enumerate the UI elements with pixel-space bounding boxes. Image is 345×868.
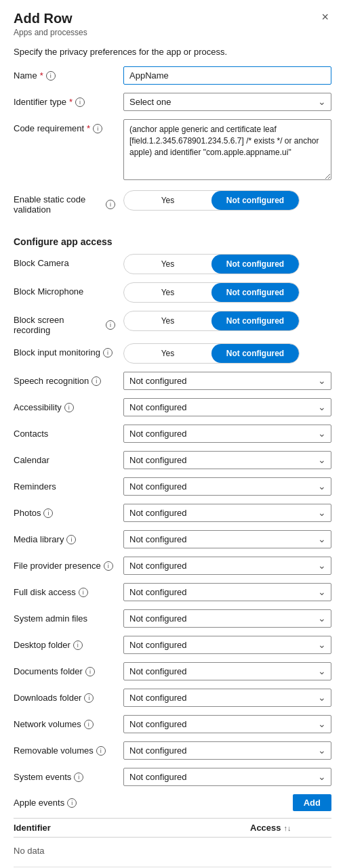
identifier-type-select[interactable]: Select one Bundle ID Path — [123, 93, 331, 111]
photos-info-icon: i — [43, 508, 53, 518]
block-screen-recording-yes[interactable]: Yes — [124, 311, 211, 330]
documents-folder-row: Documents folder i Not configured — [14, 662, 331, 680]
code-requirement-info-icon: i — [93, 124, 102, 133]
toggle-not-configured[interactable]: Not configured — [211, 191, 299, 210]
contacts-select[interactable]: Not configured — [123, 425, 331, 443]
block-microphone-not-configured[interactable]: Not configured — [211, 283, 299, 302]
network-volumes-label: Network volumes i — [14, 715, 115, 729]
reminders-select[interactable]: Not configured — [123, 477, 331, 496]
block-input-monitoring-row: Block input monitoring i Yes Not configu… — [14, 343, 331, 364]
table-no-data: No data — [14, 840, 331, 861]
apple-events-info-icon: i — [67, 798, 77, 808]
downloads-folder-select[interactable]: Not configured — [123, 689, 331, 707]
system-admin-files-select[interactable]: Not configured — [123, 609, 331, 628]
apple-events-row: Apple events i Add — [14, 794, 331, 811]
static-code-validation-label: Enable static code validation i — [14, 190, 115, 215]
block-camera-yes[interactable]: Yes — [124, 255, 211, 274]
close-button[interactable]: × — [319, 11, 331, 23]
accessibility-select[interactable]: Not configured — [123, 398, 331, 416]
accessibility-info-icon: i — [64, 403, 74, 412]
reminders-label: Reminders — [14, 477, 115, 492]
block-camera-toggle[interactable]: Yes Not configured — [123, 254, 300, 274]
block-camera-row: Block Camera Yes Not configured — [14, 254, 331, 274]
block-microphone-toggle[interactable]: Yes Not configured — [123, 282, 300, 303]
full-disk-access-row: Full disk access i Not configured — [14, 583, 331, 601]
system-events-label: System events i — [14, 768, 115, 782]
downloads-folder-row: Downloads folder i Not configured — [14, 689, 331, 707]
removable-volumes-select[interactable]: Not configured — [123, 741, 331, 760]
removable-volumes-label: Removable volumes i — [14, 741, 115, 756]
file-provider-presence-label: File provider presence i — [14, 557, 115, 571]
reminders-row: Reminders Not configured — [14, 477, 331, 496]
panel-header: Add Row × — [14, 11, 331, 26]
speech-recognition-info-icon: i — [92, 376, 101, 386]
block-screen-recording-not-configured[interactable]: Not configured — [211, 311, 299, 330]
identifier-type-info-icon: i — [75, 97, 85, 107]
documents-folder-label: Documents folder i — [14, 662, 115, 676]
name-label: Name * i — [14, 66, 115, 81]
block-input-monitoring-label: Block input monitoring i — [14, 343, 115, 357]
desktop-folder-info-icon: i — [73, 641, 83, 650]
block-input-monitoring-not-configured[interactable]: Not configured — [211, 344, 299, 363]
network-volumes-info-icon: i — [84, 720, 94, 729]
static-code-validation-toggle[interactable]: Yes Not configured — [123, 190, 300, 211]
code-requirement-row: Code requirement * i (anchor apple gener… — [14, 119, 331, 182]
name-input[interactable] — [123, 66, 331, 85]
block-camera-not-configured[interactable]: Not configured — [211, 255, 299, 274]
accessibility-label: Accessibility i — [14, 398, 115, 412]
sort-icon[interactable]: ↑↓ — [284, 824, 291, 832]
block-screen-recording-info-icon: i — [106, 320, 115, 330]
full-disk-access-select[interactable]: Not configured — [123, 583, 331, 601]
media-library-row: Media library i Not configured — [14, 530, 331, 548]
speech-recognition-select[interactable]: Not configured — [123, 372, 331, 390]
apple-events-label: Apple events i — [14, 798, 115, 808]
accessibility-row: Accessibility i Not configured — [14, 398, 331, 416]
photos-row: Photos i Not configured — [14, 504, 331, 522]
calendar-label: Calendar — [14, 451, 115, 465]
file-provider-presence-select[interactable]: Not configured — [123, 557, 331, 575]
media-library-label: Media library i — [14, 530, 115, 544]
identifier-type-label: Identifier type * i — [14, 93, 115, 107]
contacts-label: Contacts — [14, 425, 115, 439]
block-microphone-label: Block Microphone — [14, 282, 115, 297]
block-input-monitoring-toggle[interactable]: Yes Not configured — [123, 343, 300, 364]
full-disk-access-info-icon: i — [79, 588, 88, 597]
photos-label: Photos i — [14, 504, 115, 518]
block-camera-label: Block Camera — [14, 254, 115, 268]
downloads-folder-info-icon: i — [84, 693, 94, 703]
block-screen-recording-toggle[interactable]: Yes Not configured — [123, 311, 300, 331]
downloads-folder-label: Downloads folder i — [14, 689, 115, 703]
network-volumes-row: Network volumes i Not configured — [14, 715, 331, 733]
name-row: Name * i — [14, 66, 331, 85]
identifier-type-select-wrapper: Select one Bundle ID Path — [123, 93, 331, 111]
system-events-info-icon: i — [74, 773, 83, 782]
apple-events-add-button[interactable]: Add — [293, 794, 331, 811]
file-provider-presence-row: File provider presence i Not configured — [14, 557, 331, 575]
code-requirement-input[interactable]: (anchor apple generic and certificate le… — [123, 119, 331, 180]
configure-app-access-heading: Configure app access — [14, 236, 331, 247]
table-col-identifier: Identifier — [14, 823, 242, 833]
calendar-select[interactable]: Not configured — [123, 451, 331, 469]
panel-subtitle: Apps and processes — [14, 28, 331, 37]
static-code-validation-toggle-wrapper: Yes Not configured — [123, 190, 331, 211]
speech-recognition-row: Speech recognition i Not configured — [14, 372, 331, 390]
static-code-validation-row: Enable static code validation i Yes Not … — [14, 190, 331, 215]
network-volumes-select[interactable]: Not configured — [123, 715, 331, 733]
photos-select[interactable]: Not configured — [123, 504, 331, 522]
identifier-type-row: Identifier type * i Select one Bundle ID… — [14, 93, 331, 111]
calendar-row: Calendar Not configured — [14, 451, 331, 469]
block-microphone-yes[interactable]: Yes — [124, 283, 211, 302]
desktop-folder-select[interactable]: Not configured — [123, 636, 331, 654]
documents-folder-select[interactable]: Not configured — [123, 662, 331, 680]
speech-recognition-label: Speech recognition i — [14, 372, 115, 386]
documents-folder-info-icon: i — [85, 667, 95, 676]
block-input-monitoring-yes[interactable]: Yes — [124, 344, 211, 363]
block-screen-recording-label: Block screen recording i — [14, 311, 115, 335]
media-library-select[interactable]: Not configured — [123, 530, 331, 548]
desktop-folder-label: Desktop folder i — [14, 636, 115, 650]
static-code-validation-info-icon: i — [106, 200, 115, 209]
system-events-select[interactable]: Not configured — [123, 768, 331, 786]
toggle-yes[interactable]: Yes — [124, 191, 211, 210]
removable-volumes-info-icon: i — [96, 746, 106, 756]
table-header: Identifier Access ↑↓ — [14, 818, 331, 838]
